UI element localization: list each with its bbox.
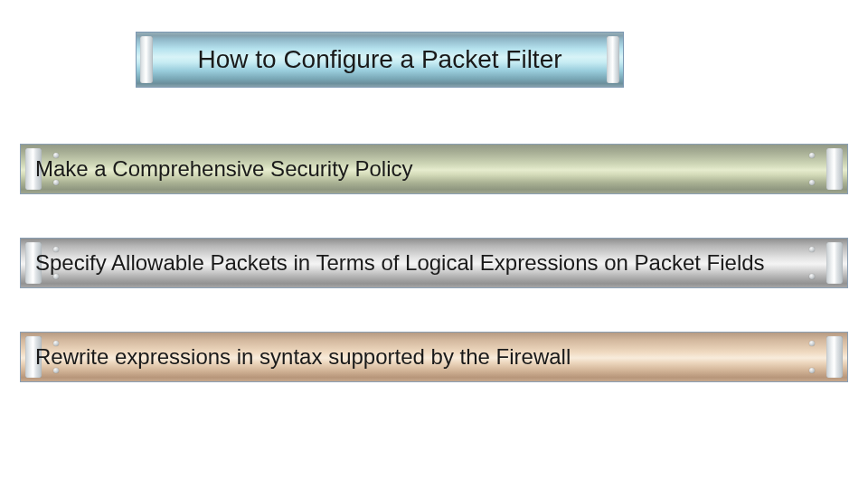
rivet-icon xyxy=(809,153,815,158)
slide: How to Configure a Packet Filter Make a … xyxy=(0,0,868,488)
rivet-icon xyxy=(809,274,815,279)
title-endcap-left xyxy=(140,36,153,83)
rivet-icon xyxy=(809,368,815,373)
rivet-icon xyxy=(809,341,815,346)
step-bar-1: Make a Comprehensive Security Policy xyxy=(20,144,848,194)
title-panel: How to Configure a Packet Filter xyxy=(136,32,624,88)
title-endcap-right xyxy=(607,36,619,83)
rivet-icon xyxy=(809,180,815,185)
step-text-3: Rewrite expressions in syntax supported … xyxy=(35,344,571,370)
bar-endcap-right xyxy=(826,336,843,378)
slide-title: How to Configure a Packet Filter xyxy=(197,45,561,74)
rivet-icon xyxy=(809,247,815,252)
step-bar-3: Rewrite expressions in syntax supported … xyxy=(20,332,848,382)
bar-endcap-right xyxy=(826,148,843,190)
step-bar-2: Specify Allowable Packets in Terms of Lo… xyxy=(20,238,848,288)
step-text-2: Specify Allowable Packets in Terms of Lo… xyxy=(35,250,765,276)
bar-endcap-right xyxy=(826,242,843,284)
step-text-1: Make a Comprehensive Security Policy xyxy=(35,156,413,182)
